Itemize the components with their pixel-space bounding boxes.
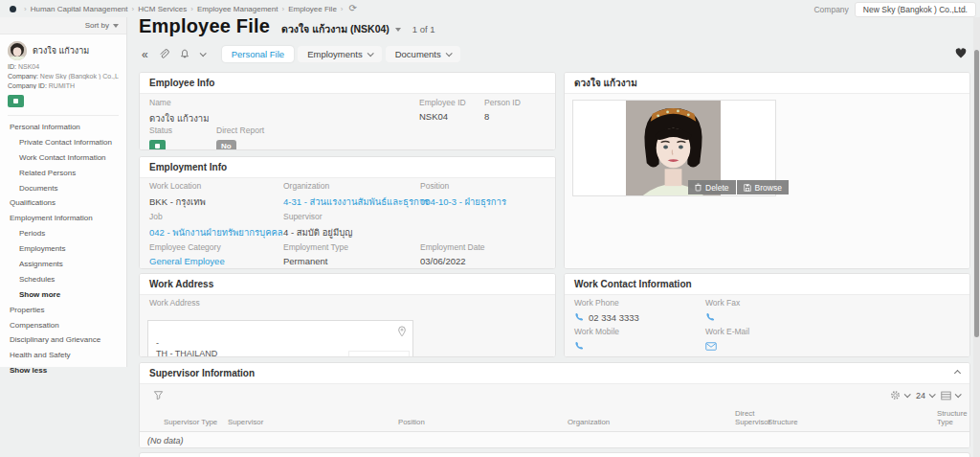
- page-size-selector[interactable]: 24: [916, 391, 934, 400]
- sidebar-item-personal-information[interactable]: Personal Information: [0, 120, 126, 135]
- profile-company: Company: New Sky (Bangkok ) Co.,Ltd.: [8, 73, 119, 80]
- column-supervisor[interactable]: Supervisor: [228, 418, 263, 427]
- field-employee-id: Employee ID NSK04: [419, 98, 466, 122]
- column-structure-type[interactable]: Structure Type: [937, 409, 970, 427]
- phone-icon: [574, 312, 584, 322]
- browse-photo-button[interactable]: Browse: [737, 180, 789, 194]
- address-line-1: -: [156, 338, 159, 348]
- trash-icon: [695, 183, 702, 192]
- sidebar-item-show-less[interactable]: Show less: [0, 363, 126, 378]
- supervisor-information-card: Supervisor Information 24: [139, 362, 970, 448]
- open-map-button[interactable]: Open Map: [348, 351, 410, 357]
- employee-photo-card: ดวงใจ แก้วงาม: [564, 72, 970, 269]
- tab-personal-file[interactable]: Personal File: [222, 46, 294, 62]
- sidebar-item-qualifications[interactable]: Qualifications: [0, 195, 126, 211]
- field-position: Position 004-10-3 - ฝ่ายธุรการ: [420, 181, 506, 209]
- company-value-dropdown[interactable]: New Sky (Bangkok ) Co.,Ltd.: [855, 2, 976, 17]
- tab-employments[interactable]: Employments: [298, 46, 382, 62]
- field-employment-type: Employment Type Permanent: [283, 242, 348, 266]
- column-position[interactable]: Position: [398, 418, 425, 427]
- filter-funnel-icon[interactable]: [153, 390, 164, 400]
- supervisor-information-title: Supervisor Information: [149, 368, 255, 378]
- refresh-icon[interactable]: ⟳: [349, 4, 357, 13]
- sidebar-item-periods[interactable]: Periods: [0, 226, 126, 241]
- breadcrumb-item-hcm-services[interactable]: HCM Services: [138, 5, 187, 13]
- column-organization[interactable]: Organization: [568, 418, 610, 427]
- field-person-id: Person ID 8: [484, 98, 521, 122]
- chevron-down-icon: [445, 50, 452, 57]
- photo-actions: Delete Browse: [688, 180, 789, 194]
- location-pin-icon: [397, 326, 407, 337]
- photo-card-title: ดวงใจ แก้วงาม: [574, 76, 637, 90]
- field-organization: Organization 4-31 - ส่วนแรงงานสัมพันธ์แล…: [283, 181, 429, 209]
- sort-by-button[interactable]: Sort by: [0, 17, 126, 34]
- sidebar-item-show-more[interactable]: Show more: [0, 287, 126, 303]
- collapse-section-chevron-icon[interactable]: [954, 370, 961, 377]
- page-title: Employee File: [139, 15, 270, 37]
- breadcrumb-item-employee-file[interactable]: Employee File: [288, 5, 337, 13]
- field-work-location: Work Location BKK - กรุงเทพ: [149, 181, 206, 209]
- breadcrumb-separator: ›: [281, 5, 284, 13]
- vertical-scrollbar[interactable]: [973, 17, 980, 457]
- tab-bar: Personal File Employments Documents: [222, 46, 460, 62]
- field-work-fax: Work Fax: [705, 298, 740, 323]
- breadcrumb-item-hcm[interactable]: Human Capital Management: [31, 5, 128, 13]
- favorite-heart-icon[interactable]: [955, 48, 967, 58]
- position-link[interactable]: 004-10-3 - ฝ่ายธุรการ: [420, 194, 506, 209]
- breadcrumb-separator: ›: [190, 5, 193, 13]
- photo-frame: Delete Browse: [572, 100, 776, 196]
- work-address-card: Work Address Work Address - TH - THAILAN…: [139, 273, 556, 357]
- column-supervisor-type[interactable]: Supervisor Type: [164, 418, 217, 427]
- address-line-2: TH - THAILAND: [156, 349, 217, 357]
- field-employee-category: Employee Category General Employee: [149, 242, 225, 266]
- sidebar-item-employment-information[interactable]: Employment Information: [0, 211, 126, 226]
- sidebar-item-disciplinary-grievance[interactable]: Disciplinary and Grievance: [0, 332, 126, 348]
- record-count: 1 of 1: [412, 24, 435, 34]
- view-mode-selector[interactable]: [941, 391, 960, 400]
- employee-profile-card[interactable]: ดวงใจ แก้วงาม ID: NSK04 Company: New Sky…: [0, 34, 126, 116]
- sidebar-item-properties[interactable]: Properties: [0, 303, 126, 318]
- field-supervisor: Supervisor 4 - สมบัติ อยู่มีบุญ: [283, 212, 352, 240]
- employee-selector[interactable]: ดวงใจ แก้วงาม (NSK04): [281, 21, 401, 37]
- sidebar-item-work-contact-information[interactable]: Work Contact Information: [0, 150, 126, 166]
- work-address-title: Work Address: [149, 279, 213, 289]
- sidebar-item-employments[interactable]: Employments: [0, 241, 126, 257]
- app-logo-icon[interactable]: [10, 6, 16, 12]
- collapse-panel-icon[interactable]: «: [142, 49, 148, 60]
- breadcrumb-separator: ›: [24, 5, 27, 13]
- sidebar-item-related-persons[interactable]: Related Persons: [0, 166, 126, 181]
- sidebar-item-assignments[interactable]: Assignments: [0, 257, 126, 272]
- status-active-badge: [149, 140, 166, 150]
- field-job: Job 042 - พนักงานฝ่ายทรัพยากรบุคคล: [149, 212, 283, 240]
- next-section-card-edge: [139, 452, 970, 457]
- organization-link[interactable]: 4-31 - ส่วนแรงงานสัมพันธ์และธุรการ: [283, 194, 429, 209]
- avatar: [8, 41, 27, 60]
- employee-info-card: Employee Info Name ดวงใจ แก้วงาม Employe…: [139, 72, 556, 150]
- job-link[interactable]: 042 - พนักงานฝ่ายทรัพยากรบุคคล: [149, 225, 283, 240]
- chevron-down-icon: [955, 391, 962, 398]
- page-header: Employee File ดวงใจ แก้วงาม (NSK04) 1 of…: [139, 15, 435, 37]
- phone-icon: [705, 312, 715, 322]
- column-structure[interactable]: Structure: [768, 418, 798, 427]
- breadcrumb-item-employee-management[interactable]: Employee Management: [197, 5, 278, 13]
- gear-icon: [890, 390, 901, 400]
- scrollbar-thumb[interactable]: [974, 50, 979, 337]
- field-direct-report: Direct Report No: [216, 126, 264, 150]
- envelope-icon: [705, 342, 717, 351]
- profile-company-id: Company ID: RUMITH: [8, 82, 119, 89]
- sidebar-item-documents[interactable]: Documents: [0, 181, 126, 196]
- table-settings-button[interactable]: [890, 390, 909, 400]
- tab-documents[interactable]: Documents: [386, 46, 460, 62]
- sidebar-item-schedules[interactable]: Schedules: [0, 272, 126, 287]
- field-work-phone: Work Phone 02 334 3333: [574, 298, 639, 323]
- sidebar-item-health-safety[interactable]: Health and Safety: [0, 348, 126, 363]
- sidebar-item-compensation[interactable]: Compensation: [0, 318, 126, 333]
- employee-category-link[interactable]: General Employee: [149, 256, 225, 266]
- work-phone-value[interactable]: 02 334 3333: [589, 312, 639, 323]
- bell-dropdown-chevron-icon[interactable]: [199, 50, 206, 57]
- attachment-icon[interactable]: [158, 48, 169, 60]
- work-contact-card: Work Contact Information Work Phone 02 3…: [564, 273, 970, 357]
- notifications-bell-icon[interactable]: [179, 48, 190, 60]
- sidebar-item-private-contact-information[interactable]: Private Contact Information: [0, 135, 126, 150]
- delete-photo-button[interactable]: Delete: [688, 180, 736, 194]
